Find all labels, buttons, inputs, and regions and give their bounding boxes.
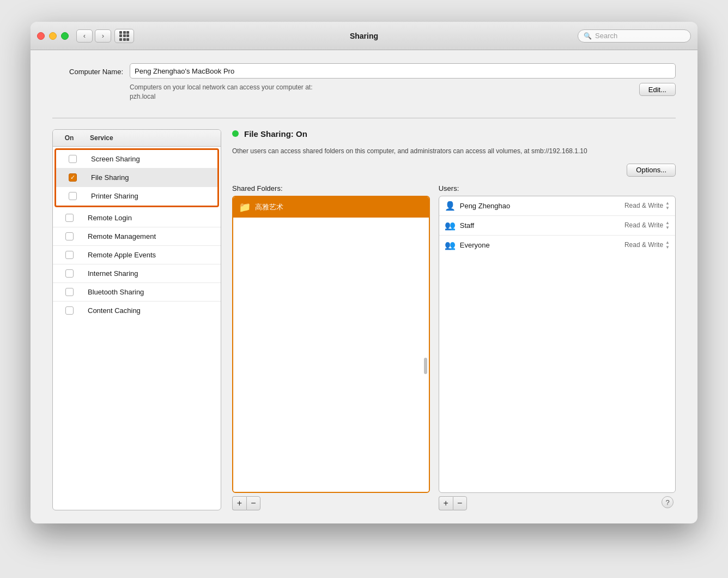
file-sharing-title: File Sharing: On [244, 129, 307, 139]
perm-text-everyone: Read & Write [624, 241, 663, 249]
folders-list: 📁 高雅艺术 [233, 197, 429, 492]
user-icon-everyone: 👥 [445, 240, 456, 250]
computer-name-right: Computers on your local network can acce… [130, 63, 676, 101]
computer-name-input[interactable] [130, 63, 676, 79]
computer-name-description: Computers on your local network can acce… [130, 83, 312, 101]
file-sharing-header: File Sharing: On [232, 129, 676, 139]
file-sharing-checkbox[interactable]: ✓ [69, 173, 77, 182]
service-item-bluetooth-sharing[interactable]: Bluetooth Sharing [53, 283, 221, 302]
service-item-printer-sharing[interactable]: Printer Sharing [56, 187, 217, 206]
services-panel: On Service Screen Sharing ✓ [52, 129, 221, 510]
col-service-header: Service [86, 132, 221, 144]
status-dot-green [232, 130, 239, 137]
remote-login-checkbox[interactable] [65, 214, 74, 222]
folder-item-gaoya-arts[interactable]: 📁 高雅艺术 [233, 197, 429, 218]
perm-text-staff: Read & Write [624, 221, 663, 229]
grid-view-button[interactable] [114, 29, 134, 43]
add-user-button[interactable]: + [439, 496, 453, 510]
remote-apple-events-checkbox[interactable] [65, 251, 74, 259]
screen-sharing-label: Screen Sharing [89, 155, 217, 163]
user-left-peng-zhenghao: 👤 Peng Zhenghao [445, 201, 511, 211]
service-item-internet-sharing[interactable]: Internet Sharing [53, 264, 221, 283]
window-title: Sharing [350, 32, 378, 40]
search-icon: 🔍 [584, 32, 592, 40]
internet-sharing-checkbox[interactable] [65, 269, 74, 278]
forward-icon: › [102, 32, 104, 40]
user-permission-peng-zhenghao[interactable]: Read & Write ▲ ▼ [624, 201, 670, 210]
perm-text-peng-zhenghao: Read & Write [624, 202, 663, 209]
edit-button[interactable]: Edit... [639, 83, 676, 96]
file-sharing-checkbox-cell: ✓ [56, 173, 89, 182]
forward-button[interactable]: › [95, 29, 111, 43]
users-label: Users: [439, 184, 676, 192]
file-sharing-description: Other users can access shared folders on… [232, 146, 603, 156]
user-name-peng-zhenghao: Peng Zhenghao [460, 202, 511, 210]
folders-list-wrapper: 📁 高雅艺术 [232, 196, 430, 493]
description-line2: pzh.local [130, 92, 312, 101]
user-permission-everyone[interactable]: Read & Write ▲ ▼ [624, 240, 670, 250]
shared-folders-label: Shared Folders: [232, 184, 430, 192]
titlebar: ‹ › Sharing 🔍 Search [31, 22, 697, 50]
bluetooth-sharing-checkbox[interactable] [65, 288, 74, 296]
close-button[interactable] [37, 32, 45, 40]
content-caching-label: Content Caching [86, 306, 221, 315]
printer-sharing-checkbox[interactable] [69, 192, 77, 200]
back-button[interactable]: ‹ [76, 29, 93, 43]
remove-user-button[interactable]: − [453, 496, 467, 510]
main-section: On Service Screen Sharing ✓ [52, 129, 676, 510]
folders-users-section: Shared Folders: 📁 高雅艺术 [232, 184, 676, 510]
screen-sharing-checkbox-cell [56, 155, 89, 163]
minimize-button[interactable] [49, 32, 57, 40]
remove-folder-button[interactable]: − [246, 496, 260, 510]
remote-login-label: Remote Login [86, 214, 221, 222]
computer-name-label: Computer Name: [52, 63, 123, 76]
content-caching-checkbox[interactable] [65, 306, 74, 315]
options-button[interactable]: Options... [627, 164, 676, 177]
help-button[interactable]: ? [662, 496, 674, 508]
back-icon: ‹ [83, 32, 86, 40]
search-bar[interactable]: 🔍 Search [578, 29, 691, 43]
users-add-remove-row: + − [439, 496, 676, 510]
service-item-file-sharing[interactable]: ✓ File Sharing [56, 168, 217, 187]
remote-management-checkbox[interactable] [65, 232, 74, 240]
remote-apple-events-checkbox-cell [53, 251, 86, 259]
maximize-button[interactable] [61, 32, 69, 40]
user-permission-staff[interactable]: Read & Write ▲ ▼ [624, 221, 670, 230]
content-caching-checkbox-cell [53, 306, 86, 315]
user-item-staff[interactable]: 👥 Staff Read & Write ▲ ▼ [439, 216, 675, 236]
service-item-remote-management[interactable]: Remote Management [53, 227, 221, 246]
service-item-remote-login[interactable]: Remote Login [53, 209, 221, 227]
file-sharing-label: File Sharing [89, 173, 217, 182]
user-name-everyone: Everyone [460, 241, 490, 249]
user-name-staff: Staff [460, 221, 475, 230]
scrollbar-track [423, 197, 428, 492]
bluetooth-sharing-label: Bluetooth Sharing [86, 288, 221, 296]
add-folder-button[interactable]: + [232, 496, 246, 510]
remote-management-checkbox-cell [53, 232, 86, 240]
user-item-peng-zhenghao[interactable]: 👤 Peng Zhenghao Read & Write ▲ ▼ [439, 196, 675, 216]
traffic-lights [37, 32, 69, 40]
service-item-screen-sharing[interactable]: Screen Sharing [56, 150, 217, 168]
scrollbar-thumb [424, 358, 427, 374]
grid-icon [119, 31, 129, 41]
printer-sharing-checkbox-cell [56, 192, 89, 200]
internet-sharing-checkbox-cell [53, 269, 86, 278]
service-item-remote-apple-events[interactable]: Remote Apple Events [53, 246, 221, 264]
folder-icon: 📁 [239, 201, 251, 213]
folder-name: 高雅艺术 [255, 202, 283, 212]
user-left-everyone: 👥 Everyone [445, 240, 490, 250]
divider [52, 118, 676, 118]
folders-column: Shared Folders: 📁 高雅艺术 [232, 184, 430, 510]
screen-sharing-checkbox[interactable] [69, 155, 77, 163]
service-item-content-caching[interactable]: Content Caching [53, 302, 221, 320]
remote-management-label: Remote Management [86, 232, 221, 240]
user-left-staff: 👥 Staff [445, 220, 475, 231]
highlight-group: Screen Sharing ✓ File Sharing [54, 148, 219, 207]
users-list: 👤 Peng Zhenghao Read & Write ▲ ▼ [439, 196, 676, 493]
folders-add-remove-row: + − [232, 496, 430, 510]
description-line1: Computers on your local network can acce… [130, 83, 312, 92]
bluetooth-sharing-checkbox-cell [53, 288, 86, 296]
perm-arrows-staff: ▲ ▼ [665, 221, 670, 230]
user-item-everyone[interactable]: 👥 Everyone Read & Write ▲ ▼ [439, 236, 675, 255]
right-panel: File Sharing: On Other users can access … [232, 129, 676, 510]
